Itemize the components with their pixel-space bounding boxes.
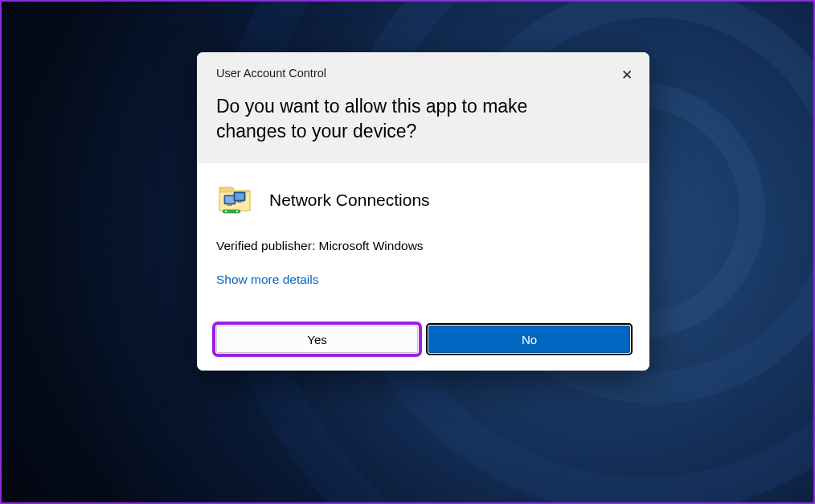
network-connections-icon	[216, 181, 255, 219]
svg-rect-5	[237, 201, 242, 203]
dialog-title: User Account Control	[216, 67, 630, 80]
svg-rect-1	[226, 197, 235, 203]
close-icon: ✕	[621, 67, 633, 84]
svg-point-7	[225, 211, 227, 212]
uac-dialog: ✕ User Account Control Do you want to al…	[197, 52, 649, 371]
show-more-details-link[interactable]: Show more details	[216, 272, 319, 287]
dialog-footer: Yes No	[197, 311, 649, 371]
dialog-question: Do you want to allow this app to make ch…	[216, 94, 602, 144]
yes-button-label: Yes	[307, 333, 326, 346]
publisher-line: Verified publisher: Microsoft Windows	[216, 239, 630, 253]
yes-button[interactable]: Yes	[216, 326, 418, 353]
no-button-label: No	[522, 333, 537, 346]
app-name: Network Connections	[269, 191, 430, 210]
no-button[interactable]: No	[428, 326, 630, 353]
svg-point-8	[236, 211, 238, 212]
svg-rect-4	[235, 194, 244, 200]
app-row: Network Connections	[216, 181, 630, 219]
dialog-header: ✕ User Account Control Do you want to al…	[197, 52, 649, 163]
close-button[interactable]: ✕	[614, 62, 640, 88]
dialog-body: Network Connections Verified publisher: …	[197, 163, 649, 311]
svg-rect-2	[227, 204, 232, 206]
